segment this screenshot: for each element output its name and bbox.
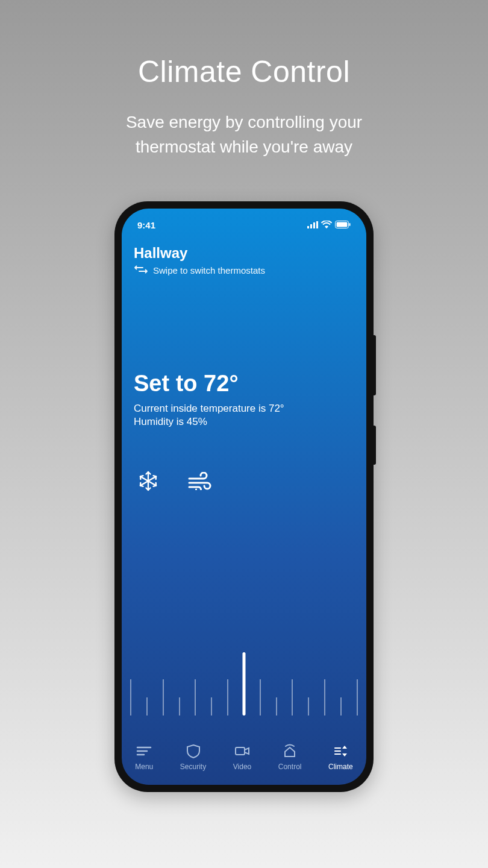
temperature-dial[interactable] bbox=[122, 643, 366, 715]
swipe-arrows-icon bbox=[134, 265, 148, 275]
tab-climate[interactable]: Climate bbox=[328, 744, 353, 771]
humidity: Humidity is 45% bbox=[134, 416, 354, 428]
cool-mode-button[interactable] bbox=[136, 470, 160, 494]
set-temperature: Set to 72° bbox=[134, 371, 354, 397]
promo-subtitle: Save energy by controlling your thermost… bbox=[93, 110, 395, 159]
temperature-block: Set to 72° Current inside temperature is… bbox=[122, 371, 366, 428]
home-control-icon bbox=[281, 744, 298, 760]
svg-rect-1 bbox=[310, 224, 312, 228]
svg-rect-0 bbox=[307, 226, 309, 228]
tab-label: Climate bbox=[328, 763, 353, 771]
snowflake-icon bbox=[137, 470, 159, 494]
battery-icon bbox=[335, 220, 351, 230]
shield-icon bbox=[185, 744, 202, 760]
tab-label: Control bbox=[278, 763, 302, 771]
svg-rect-7 bbox=[236, 747, 245, 755]
phone-frame: 9:41 Hallway bbox=[114, 201, 374, 792]
current-temperature: Current inside temperature is 72° bbox=[134, 403, 354, 415]
location-name[interactable]: Hallway bbox=[134, 245, 354, 262]
climate-icon bbox=[332, 744, 349, 760]
tab-menu[interactable]: Menu bbox=[135, 744, 153, 771]
tab-bar: Menu Security Video Control bbox=[122, 734, 366, 785]
fan-mode-button[interactable] bbox=[188, 470, 212, 494]
cell-signal-icon bbox=[307, 220, 318, 230]
tab-label: Video bbox=[233, 763, 251, 771]
svg-rect-6 bbox=[349, 223, 351, 226]
svg-rect-2 bbox=[313, 222, 315, 228]
tab-video[interactable]: Video bbox=[233, 744, 251, 771]
swipe-hint-row[interactable]: Swipe to switch thermostats bbox=[134, 265, 354, 275]
promo-title: Climate Control bbox=[138, 54, 350, 89]
app-screen: 9:41 Hallway bbox=[122, 209, 366, 785]
wifi-icon bbox=[321, 220, 332, 230]
video-icon bbox=[234, 744, 251, 760]
wind-icon bbox=[188, 472, 212, 492]
tab-label: Security bbox=[180, 763, 206, 771]
status-bar: 9:41 bbox=[122, 216, 366, 234]
tab-security[interactable]: Security bbox=[180, 744, 206, 771]
tab-label: Menu bbox=[135, 763, 153, 771]
location-header: Hallway Swipe to switch thermostats bbox=[122, 239, 366, 275]
tab-control[interactable]: Control bbox=[278, 744, 302, 771]
swipe-hint-text: Swipe to switch thermostats bbox=[153, 265, 265, 275]
status-time: 9:41 bbox=[137, 220, 155, 230]
svg-rect-5 bbox=[337, 222, 348, 227]
svg-rect-3 bbox=[316, 221, 318, 228]
menu-icon bbox=[136, 744, 152, 760]
mode-row bbox=[122, 470, 366, 494]
dial-indicator[interactable] bbox=[243, 652, 246, 715]
